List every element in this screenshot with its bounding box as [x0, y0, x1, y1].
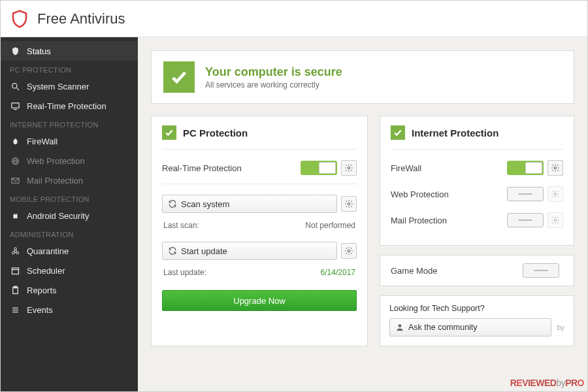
- sidebar-item-label: Reports: [27, 286, 57, 295]
- sidebar-item-firewall[interactable]: FireWall: [1, 131, 138, 151]
- sidebar-item-label: Mail Protection: [27, 176, 83, 186]
- start-update-button[interactable]: Start update: [162, 242, 337, 260]
- game-mode-panel: Game Mode: [380, 255, 574, 286]
- svg-line-1: [16, 88, 19, 90]
- pc-protection-panel: PC Protection Real-Time Protection: [151, 116, 368, 346]
- android-icon: [10, 210, 20, 221]
- scan-settings-button[interactable]: [341, 196, 357, 212]
- sidebar-item-label: Web Protection: [27, 156, 85, 166]
- last-update-label: Last update:: [163, 268, 206, 277]
- app-title: Free Antivirus: [37, 10, 125, 27]
- internet-protection-panel: Internet Protection FireWall Web Protect…: [380, 116, 574, 246]
- mail-protection-label: Mail Protection: [391, 216, 507, 225]
- svg-rect-2: [11, 103, 18, 108]
- realtime-settings-button[interactable]: [341, 160, 357, 176]
- sidebar-item-label: Real-Time Protection: [27, 101, 106, 111]
- search-icon: [10, 81, 20, 91]
- sidebar-item-reports[interactable]: Reports: [1, 280, 138, 300]
- tech-support-panel: Looking for Tech Support? Ask the commun…: [380, 295, 574, 346]
- refresh-icon: [168, 199, 177, 208]
- sidebar-item-web-protection[interactable]: Web Protection: [1, 151, 138, 171]
- web-protection-toggle[interactable]: [507, 187, 544, 201]
- last-scan-label: Last scan:: [163, 221, 199, 230]
- web-protection-settings-button: [547, 186, 563, 202]
- svg-rect-15: [12, 268, 18, 274]
- sidebar-item-scheduler[interactable]: Scheduler: [1, 261, 138, 280]
- svg-rect-8: [13, 214, 17, 218]
- firewall-label: FireWall: [391, 163, 507, 173]
- check-icon: [391, 125, 405, 140]
- mail-protection-settings-button: [547, 212, 563, 228]
- svg-point-22: [348, 167, 350, 169]
- sidebar-heading-admin: ADMINISTRATION: [1, 225, 138, 241]
- upgrade-now-button[interactable]: Upgrade Now: [162, 290, 357, 311]
- sidebar-item-android[interactable]: Android Security: [1, 206, 138, 225]
- last-scan-value: Not performed: [305, 221, 355, 230]
- svg-point-12: [14, 247, 16, 250]
- biohazard-icon: [10, 246, 20, 256]
- sidebar-item-label: Android Security: [27, 211, 89, 221]
- person-icon: [395, 323, 404, 332]
- sidebar-item-label: System Scanner: [27, 82, 89, 91]
- svg-point-13: [12, 252, 14, 254]
- sidebar-heading-mobile: MOBILE PROTECTION: [1, 190, 138, 206]
- svg-point-28: [399, 324, 402, 327]
- firewall-toggle[interactable]: [507, 161, 544, 175]
- monitor-icon: [10, 101, 20, 111]
- svg-point-23: [348, 203, 350, 205]
- clipboard-icon: [10, 285, 20, 295]
- sidebar-item-quarantine[interactable]: Quarantine: [1, 241, 138, 261]
- support-question: Looking for Tech Support?: [389, 304, 564, 313]
- mail-icon: [10, 175, 20, 186]
- svg-point-25: [554, 167, 557, 169]
- game-mode-label: Game Mode: [391, 266, 523, 276]
- status-card: Your computer is secure All services are…: [151, 50, 574, 104]
- list-icon: [10, 304, 20, 315]
- last-update-value: 6/14/2017: [321, 268, 355, 277]
- svg-point-27: [554, 219, 557, 221]
- realtime-toggle[interactable]: [301, 161, 337, 175]
- sidebar-item-mail-protection[interactable]: Mail Protection: [1, 171, 138, 190]
- firewall-settings-button[interactable]: [547, 160, 563, 176]
- sidebar-item-label: FireWall: [27, 137, 57, 146]
- ask-community-label: Ask the community: [408, 323, 478, 332]
- app-header: Free Antivirus: [1, 1, 587, 37]
- svg-point-10: [16, 213, 16, 214]
- status-subtitle: All services are working correctly: [205, 80, 342, 90]
- status-title: Your computer is secure: [205, 65, 342, 79]
- sidebar-item-events[interactable]: Events: [1, 300, 138, 319]
- realtime-label: Real-Time Protection: [162, 163, 301, 173]
- check-icon: [163, 61, 195, 93]
- globe-icon: [10, 155, 20, 166]
- web-protection-label: Web Protection: [391, 189, 507, 199]
- ask-community-button[interactable]: Ask the community: [389, 318, 551, 336]
- game-mode-toggle[interactable]: [523, 263, 559, 278]
- svg-point-9: [14, 213, 14, 214]
- refresh-icon: [168, 246, 177, 255]
- logo-shield-icon: [10, 9, 29, 29]
- scan-system-button[interactable]: Scan system: [162, 195, 337, 213]
- sidebar-heading-internet: INTERNET PROTECTION: [1, 116, 138, 131]
- sidebar-item-realtime[interactable]: Real-Time Protection: [1, 96, 138, 116]
- sidebar: Status PC PROTECTION System Scanner Real…: [1, 37, 138, 391]
- svg-point-24: [348, 250, 350, 252]
- svg-point-26: [554, 193, 557, 195]
- sidebar-item-system-scanner[interactable]: System Scanner: [1, 76, 138, 96]
- mail-protection-toggle[interactable]: [507, 213, 544, 227]
- sidebar-item-label: Quarantine: [27, 246, 69, 256]
- flame-icon: [10, 136, 20, 146]
- panel-title: Internet Protection: [412, 127, 498, 139]
- check-icon: [162, 125, 176, 140]
- sidebar-item-label: Scheduler: [27, 266, 65, 276]
- svg-point-14: [16, 252, 18, 254]
- by-label: by: [557, 323, 564, 331]
- calendar-icon: [10, 265, 20, 276]
- shield-icon: [10, 46, 20, 56]
- sidebar-item-label: Events: [27, 305, 53, 315]
- sidebar-heading-pc: PC PROTECTION: [1, 61, 138, 76]
- sidebar-item-status[interactable]: Status: [1, 41, 138, 61]
- update-button-label: Start update: [181, 246, 227, 256]
- update-settings-button[interactable]: [341, 243, 357, 259]
- svg-point-0: [12, 83, 17, 88]
- main-content: Your computer is secure All services are…: [138, 37, 587, 391]
